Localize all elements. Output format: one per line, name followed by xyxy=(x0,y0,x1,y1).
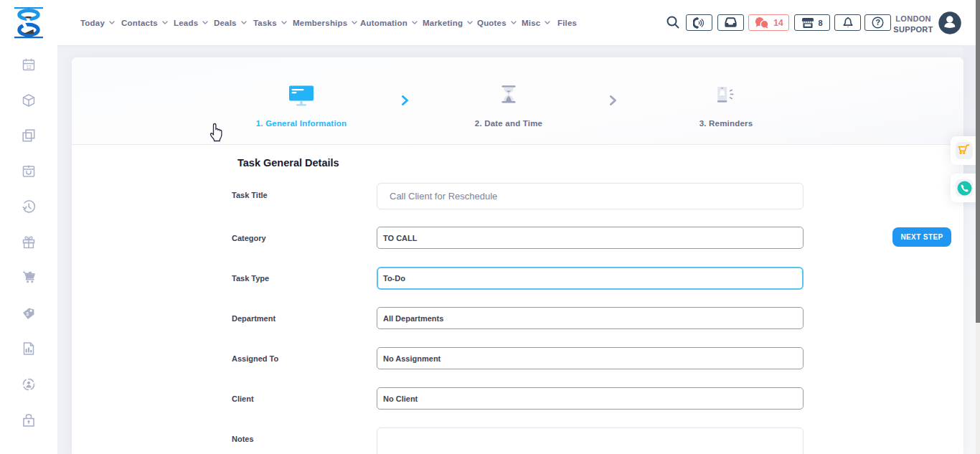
svg-text:12: 12 xyxy=(26,65,32,70)
svg-text:$: $ xyxy=(26,311,29,316)
